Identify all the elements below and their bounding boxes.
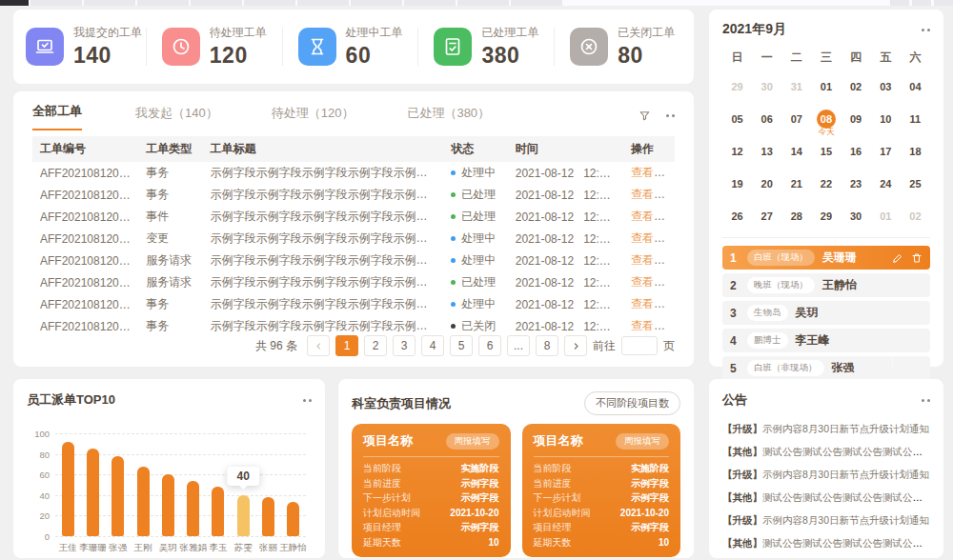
view-link[interactable]: 查看 <box>631 275 665 289</box>
more-icon[interactable] <box>303 399 312 402</box>
next-page-button[interactable] <box>564 335 587 356</box>
view-link[interactable]: 查看 <box>631 231 665 245</box>
delete-link[interactable]: 删除 <box>666 231 675 245</box>
browser-tab[interactable] <box>511 0 562 6</box>
calendar-day[interactable]: 16 <box>841 140 871 163</box>
edit-icon[interactable] <box>892 252 903 264</box>
trash-icon[interactable] <box>911 252 923 264</box>
calendar-day[interactable]: 30 <box>752 75 781 98</box>
calendar-day[interactable]: 05 <box>722 108 752 130</box>
calendar-day[interactable]: 31 <box>781 75 811 98</box>
announcement-item[interactable]: 【升级】示例内容8月30日新节点升级计划通知 <box>722 463 930 486</box>
weekly-report-badge[interactable]: 周报填写 <box>616 433 669 450</box>
chart-bar[interactable] <box>137 467 150 536</box>
view-link[interactable]: 查看 <box>631 297 665 310</box>
calendar-day[interactable]: 18 <box>901 140 930 163</box>
calendar-day[interactable]: 02 <box>841 75 871 98</box>
chart-bar[interactable] <box>287 502 299 536</box>
more-icon[interactable] <box>922 399 930 402</box>
view-link[interactable]: 查看 <box>631 188 665 201</box>
tab-workorders-3[interactable]: 已处理（380） <box>407 105 490 130</box>
browser-tab[interactable] <box>351 0 402 6</box>
announcement-item[interactable]: 【升级】示例内容8月30日新节点升级计划通知 <box>722 509 930 531</box>
view-link[interactable]: 查看 <box>631 253 665 267</box>
stage-filter-button[interactable]: 不同阶段项目数 <box>584 391 680 415</box>
schedule-row[interactable]: 3生物岛吴玥 <box>722 301 930 325</box>
calendar-day[interactable]: 23 <box>841 172 871 195</box>
calendar-day[interactable]: 19 <box>722 172 752 195</box>
browser-active-tab[interactable] <box>0 0 29 6</box>
calendar-day[interactable]: 01 <box>811 75 841 98</box>
calendar-day[interactable]: 14 <box>781 140 811 163</box>
delete-link[interactable]: 删除 <box>666 275 675 289</box>
calendar-day[interactable]: 27 <box>752 205 781 228</box>
calendar-day[interactable]: 12 <box>722 140 752 163</box>
filter-icon[interactable] <box>639 110 651 122</box>
calendar-day[interactable]: 21 <box>781 172 811 195</box>
tab-workorders-1[interactable]: 我发起（140） <box>135 105 218 130</box>
calendar-day[interactable]: 15 <box>811 140 841 163</box>
announcement-item[interactable]: 【升级】示例内容8月30日新节点升级计划通知 <box>722 417 930 440</box>
chart-bar[interactable] <box>87 449 99 536</box>
announcement-item[interactable]: 【其他】测试公告测试公告测试公告测试公告测试公告 <box>722 440 930 463</box>
calendar-day[interactable]: 07 <box>781 108 811 130</box>
page-button-2[interactable]: 2 <box>364 335 387 356</box>
chart-bar[interactable] <box>162 474 174 536</box>
chart-bar[interactable] <box>62 442 74 536</box>
delete-link[interactable]: 删除 <box>666 166 675 179</box>
schedule-row[interactable]: 2晚班（现场）王静怡 <box>722 273 930 297</box>
project-card[interactable]: 项目名称周报填写当前阶段实施阶段当前进度示例字段下一步计划示例字段计划启动时间2… <box>352 424 511 557</box>
chart-bar[interactable] <box>237 495 250 536</box>
view-link[interactable]: 查看 <box>631 319 665 332</box>
calendar-day[interactable]: 03 <box>871 75 901 98</box>
calendar-day[interactable]: 17 <box>871 140 901 163</box>
browser-tab[interactable] <box>137 0 189 6</box>
calendar-day[interactable]: 10 <box>871 108 901 130</box>
more-icon[interactable] <box>922 29 930 31</box>
project-card[interactable]: 项目名称周报填写当前阶段实施阶段当前进度示例字段下一步计划示例字段计划启动时间2… <box>522 424 681 557</box>
chart-bar[interactable] <box>212 487 224 536</box>
browser-tab[interactable] <box>297 0 349 6</box>
calendar-day[interactable]: 11 <box>901 108 930 130</box>
browser-tab[interactable] <box>191 0 242 6</box>
weekly-report-badge[interactable]: 周报填写 <box>446 433 499 450</box>
delete-link[interactable]: 删除 <box>666 319 675 332</box>
tab-workorders-2[interactable]: 待处理（120） <box>272 105 355 130</box>
calendar-day[interactable]: 01 <box>871 205 901 228</box>
browser-control[interactable] <box>912 0 931 6</box>
calendar-day[interactable]: 22 <box>811 172 841 195</box>
page-button-1[interactable]: 1 <box>335 335 358 356</box>
calendar-day[interactable]: 26 <box>722 205 752 228</box>
calendar-day[interactable]: 29 <box>811 205 841 228</box>
more-icon[interactable] <box>666 114 675 117</box>
page-button-6[interactable]: 6 <box>478 335 501 356</box>
calendar-day[interactable]: 02 <box>901 205 930 228</box>
calendar-day[interactable]: 25 <box>901 172 930 195</box>
schedule-row[interactable]: 1白班（现场）吴珊珊 <box>722 246 930 270</box>
delete-link[interactable]: 删除 <box>666 297 675 310</box>
chart-bar[interactable] <box>187 481 199 536</box>
browser-tab[interactable] <box>244 0 295 6</box>
calendar-day[interactable]: 30 <box>841 205 871 228</box>
browser-tab[interactable] <box>84 0 135 6</box>
page-button-...[interactable]: ... <box>507 335 530 356</box>
calendar-day[interactable]: 04 <box>901 75 930 98</box>
delete-link[interactable]: 删除 <box>666 253 675 267</box>
delete-link[interactable]: 删除 <box>666 188 675 201</box>
page-button-8[interactable]: 8 <box>536 335 558 356</box>
calendar-day[interactable]: 06 <box>752 108 781 130</box>
schedule-row[interactable]: 5白班（非现场）张强 <box>722 356 930 380</box>
prev-page-button[interactable] <box>307 335 330 356</box>
chart-bar[interactable] <box>262 497 274 536</box>
calendar-day[interactable]: 24 <box>871 172 901 195</box>
page-button-4[interactable]: 4 <box>421 335 444 356</box>
browser-tab[interactable] <box>457 0 509 6</box>
page-button-3[interactable]: 3 <box>393 335 416 356</box>
announcement-item[interactable]: 【其他】测试公告测试公告测试公告测试公告测试公告 <box>722 486 930 509</box>
chart-bar[interactable] <box>112 456 124 536</box>
tab-workorders-0[interactable]: 全部工单 <box>32 103 82 130</box>
browser-tab[interactable] <box>404 0 456 6</box>
calendar-day[interactable]: 28 <box>781 205 811 228</box>
calendar-day-today[interactable]: 08今天 <box>811 108 841 130</box>
view-link[interactable]: 查看 <box>631 166 665 179</box>
